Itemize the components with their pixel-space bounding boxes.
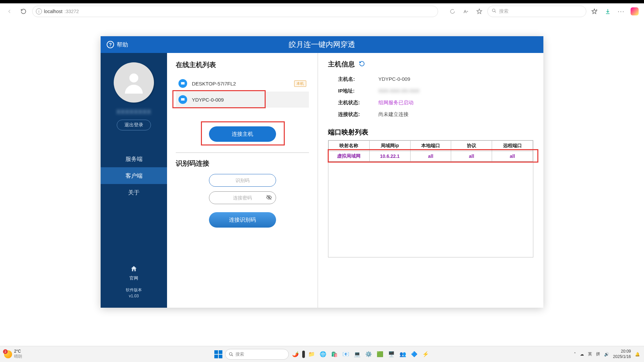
window-top-bar — [0, 0, 644, 3]
address-bar[interactable]: i localhost:33272 — [32, 6, 438, 17]
url-host: localhost — [44, 9, 62, 14]
id-connect-title: 识别码连接 — [176, 159, 309, 168]
browser-chrome: i localhost:33272 A» 搜索 ··· — [0, 3, 644, 19]
table-row[interactable]: 虚拟局域网 10.6.22.1 all all all — [329, 151, 533, 162]
th-name: 映射名称 — [329, 141, 370, 151]
store-icon[interactable]: 🛍️ — [330, 350, 339, 359]
browser-search[interactable]: 搜索 — [487, 6, 586, 17]
connect-id-button[interactable]: 连接识别码 — [209, 212, 276, 228]
right-panel: 主机信息 主机名: YDYPC-0-009 IP地址: XXX.XXX.XX.X… — [318, 53, 543, 308]
favorites-bar-icon[interactable] — [589, 6, 600, 17]
home-icon[interactable] — [126, 265, 142, 275]
nav-menu: 服务端 客户端 关于 — [101, 150, 167, 201]
td-name: 虚拟局域网 — [329, 151, 370, 162]
settings-menu-icon[interactable]: ··· — [616, 6, 627, 17]
host-name: DESKTOP-57I7FL2 — [192, 81, 236, 86]
sync-icon[interactable] — [447, 6, 458, 17]
ime-language[interactable]: 英 — [588, 351, 592, 357]
connect-host-button[interactable]: 连接主机 — [209, 126, 276, 142]
help-label: 帮助 — [117, 41, 128, 49]
read-aloud-icon[interactable]: A» — [461, 6, 471, 17]
host-item-1[interactable]: YDYPC-0-009 — [176, 92, 309, 108]
taskbar-app-2[interactable] — [302, 351, 305, 358]
clock[interactable]: 20:09 2025/1/16 — [613, 349, 631, 359]
time: 20:09 — [613, 349, 631, 354]
td-local-port: all — [410, 151, 451, 162]
host-info-title: 主机信息 — [328, 60, 355, 69]
td-lan-ip: 10.6.22.1 — [369, 151, 410, 162]
svg-rect-3 — [181, 98, 185, 101]
start-button[interactable] — [214, 350, 223, 359]
taskbar-search-text: 搜索 — [235, 351, 244, 357]
help-icon: ? — [107, 41, 114, 48]
help-link[interactable]: ? 帮助 — [101, 41, 134, 49]
home-label[interactable]: 官网 — [126, 275, 142, 281]
nav-client[interactable]: 客户端 — [101, 167, 167, 184]
steam-icon[interactable]: ⚙️ — [364, 350, 373, 359]
host-name: YDYPC-0-009 — [192, 97, 224, 103]
weather-widget[interactable]: 2 2°C 晴朗 — [4, 349, 22, 359]
host-item-0[interactable]: DESKTOP-57I7FL2 本机 — [176, 75, 309, 92]
host-badge: 本机 — [294, 80, 306, 87]
logout-button[interactable]: 退出登录 — [117, 120, 151, 130]
copilot-icon[interactable] — [629, 6, 640, 17]
favorite-icon[interactable] — [474, 6, 485, 17]
taskbar-app-4[interactable]: 🟩 — [375, 350, 385, 359]
site-info-icon[interactable]: i — [36, 8, 42, 14]
th-local-port: 本地端口 — [410, 141, 451, 151]
taskbar-app-5[interactable]: 🖥️ — [387, 350, 396, 359]
file-explorer-icon[interactable]: 📁 — [307, 350, 316, 359]
id-code-input[interactable] — [209, 174, 276, 187]
username: XXXXXXXX — [116, 109, 151, 116]
back-button[interactable] — [4, 6, 15, 17]
tray-chevron-icon[interactable]: ˄ — [574, 352, 576, 357]
nav-about[interactable]: 关于 — [101, 184, 167, 201]
taskbar-app-7[interactable]: 🔷 — [410, 350, 419, 359]
refresh-button[interactable] — [18, 6, 29, 17]
app-window: ? 帮助 皎月连一键内网穿透 XXXXXXXX 退出登录 服务端 客户端 关于 … — [101, 36, 543, 308]
svg-point-1 — [129, 73, 139, 82]
th-remote-port: 远程端口 — [492, 141, 533, 151]
url-port: :33272 — [64, 9, 79, 14]
td-remote-port: all — [492, 151, 533, 162]
divider — [176, 153, 309, 153]
weather-icon: 2 — [4, 350, 12, 358]
port-map-title: 端口映射列表 — [328, 128, 533, 137]
taskbar-app-1[interactable]: 🌶️ — [291, 350, 300, 359]
taskbar-search[interactable]: 搜索 — [225, 349, 289, 360]
notification-icon[interactable]: 🔔 — [635, 352, 640, 357]
tray-cloud-icon[interactable]: ☁ — [580, 352, 584, 357]
taskbar-app-3[interactable]: 💻 — [353, 350, 362, 359]
taskbar-app-8[interactable]: ⚡ — [421, 350, 430, 359]
hosts-title: 在线主机列表 — [176, 60, 309, 69]
version-number: v1.03 — [126, 294, 142, 298]
outlook-icon[interactable]: 📧 — [341, 350, 351, 359]
app-title: 皎月连一键内网穿透 — [289, 40, 355, 50]
nav-server[interactable]: 服务端 — [101, 150, 167, 167]
taskbar: 2 2°C 晴朗 搜索 🌶️ 📁 🌐 🛍️ 📧 💻 ⚙️ 🟩 🖥️ 👥 🔷 ⚡ … — [0, 346, 644, 362]
info-label-conn: 连接状态: — [328, 111, 378, 118]
th-protocol: 协议 — [451, 141, 492, 151]
info-value-ip: XXX.XXX.XX.XXX — [378, 88, 420, 94]
sidebar: XXXXXXXX 退出登录 服务端 客户端 关于 官网 软件版本 v1.03 — [101, 53, 167, 308]
refresh-icon[interactable] — [359, 61, 365, 68]
th-lan-ip: 局域网ip — [369, 141, 410, 151]
svg-rect-2 — [181, 82, 185, 84]
ime-mode[interactable]: 拼 — [596, 351, 600, 357]
computer-icon — [178, 79, 187, 88]
edge-icon[interactable]: 🌐 — [318, 350, 328, 359]
taskbar-app-6[interactable]: 👥 — [398, 350, 408, 359]
system-tray: ˄ ☁ 英 拼 🔊 20:09 2025/1/16 🔔 — [574, 349, 640, 359]
middle-panel: 在线主机列表 DESKTOP-57I7FL2 本机 YDYPC-0-009 连接… — [167, 53, 318, 308]
info-label-ip: IP地址: — [328, 88, 378, 94]
info-label-status: 主机状态: — [328, 100, 378, 106]
info-value-conn: 尚未建立连接 — [378, 111, 409, 118]
td-protocol: all — [451, 151, 492, 162]
tray-volume-icon[interactable]: 🔊 — [604, 352, 609, 357]
avatar[interactable] — [114, 62, 154, 103]
downloads-icon[interactable] — [602, 6, 613, 17]
weather-badge: 2 — [3, 349, 8, 354]
computer-icon — [178, 95, 187, 104]
svg-point-5 — [229, 352, 232, 355]
eye-icon[interactable] — [266, 194, 272, 202]
